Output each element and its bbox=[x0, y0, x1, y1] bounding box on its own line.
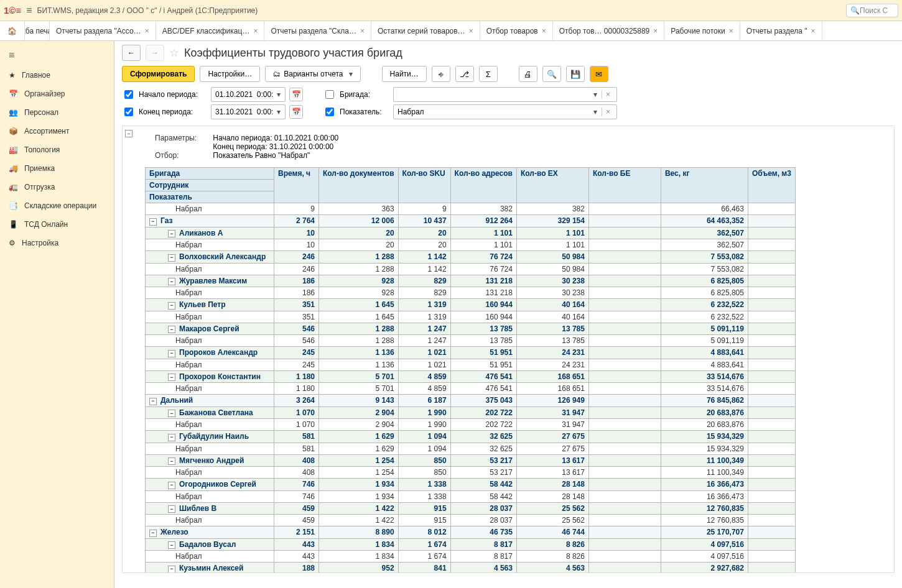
period-start-input[interactable]: ▾ bbox=[211, 87, 286, 102]
sidebar-item[interactable]: 📅Органайзер bbox=[0, 85, 114, 103]
email-icon[interactable]: ✉ bbox=[590, 66, 608, 82]
tab-item[interactable]: Отбор товаров × bbox=[480, 21, 553, 40]
table-row[interactable]: −Аликанов А 10 20 20 1 101 1 101 362,507 bbox=[146, 227, 796, 239]
chevron-down-icon[interactable]: ▾ bbox=[275, 108, 282, 116]
report-area[interactable]: − Параметры: Начало периода: 01.10.2021 … bbox=[122, 126, 895, 573]
menu-icon[interactable]: ≡ bbox=[26, 5, 32, 16]
table-row[interactable]: −Губайдулин Наиль 581 1 629 1 094 32 625… bbox=[146, 431, 796, 443]
clear-icon[interactable]: × bbox=[602, 90, 614, 99]
tab-item[interactable]: Рабочие потоки × bbox=[664, 21, 740, 40]
close-icon[interactable]: × bbox=[729, 27, 733, 35]
brigade-input[interactable]: ▾× bbox=[393, 87, 617, 102]
close-icon[interactable]: × bbox=[145, 27, 149, 35]
row-collapse-icon[interactable]: − bbox=[168, 278, 175, 285]
table-row[interactable]: Набрал 10 20 20 1 101 1 101 362,507 bbox=[146, 239, 796, 251]
table-row[interactable]: −Макаров Сергей 546 1 288 1 247 13 785 1… bbox=[146, 323, 796, 335]
row-collapse-icon[interactable]: − bbox=[168, 350, 175, 357]
preview-icon[interactable]: 🔍 bbox=[542, 66, 561, 82]
row-collapse-icon[interactable]: − bbox=[168, 566, 175, 573]
table-row[interactable]: Набрал 408 1 254 850 53 217 13 617 11 10… bbox=[146, 467, 796, 479]
collapse-groups-icon[interactable]: ⎇ bbox=[455, 66, 474, 82]
table-row[interactable]: Набрал 581 1 629 1 094 32 625 27 675 15 … bbox=[146, 443, 796, 454]
tab-item[interactable]: Отбор тов… 00000325889 × bbox=[553, 21, 665, 40]
table-row[interactable]: −Кульев Петр 351 1 645 1 319 160 944 40 … bbox=[146, 299, 796, 311]
calendar-icon[interactable]: 📅 bbox=[289, 88, 303, 101]
root-collapse-icon[interactable]: − bbox=[125, 130, 133, 137]
sidebar-item[interactable]: 👥Персонал bbox=[0, 103, 114, 122]
save-icon[interactable]: 💾 bbox=[566, 66, 585, 82]
find-button[interactable]: Найти… bbox=[382, 66, 427, 82]
tab-item[interactable]: Служба печати × bbox=[25, 21, 50, 40]
form-report-button[interactable]: Сформировать bbox=[122, 66, 195, 82]
row-collapse-icon[interactable]: − bbox=[168, 302, 175, 310]
row-collapse-icon[interactable]: − bbox=[149, 218, 157, 226]
sidebar-item[interactable]: ⚙Настройка bbox=[0, 234, 114, 252]
table-row[interactable]: Набрал 9 363 9 382 382 66,463 bbox=[146, 203, 796, 215]
table-row[interactable]: −Газ 2 764 12 006 10 437 912 264 329 154… bbox=[146, 215, 796, 227]
sidebar-item[interactable]: 📑Складские операции bbox=[0, 196, 114, 215]
tab-item[interactable]: Отчеты раздела "Ассо… × bbox=[50, 21, 156, 40]
tab-home[interactable]: 🏠 bbox=[0, 21, 25, 40]
table-row[interactable]: Набрал 546 1 288 1 247 13 785 13 785 5 0… bbox=[146, 335, 796, 347]
sidebar-item[interactable]: ★Главное bbox=[0, 66, 114, 85]
sidebar-item[interactable]: 📱ТСД Онлайн bbox=[0, 215, 114, 234]
close-icon[interactable]: × bbox=[469, 27, 473, 35]
table-row[interactable]: Набрал 746 1 934 1 338 58 442 28 148 16 … bbox=[146, 490, 796, 502]
table-row[interactable]: Набрал 246 1 288 1 142 76 724 50 984 7 5… bbox=[146, 263, 796, 275]
table-row[interactable]: −Огородников Сергей 746 1 934 1 338 58 4… bbox=[146, 479, 796, 491]
global-search-input[interactable]: 🔍 Поиск C bbox=[846, 4, 898, 17]
tab-item[interactable]: Остатки серий товаров… × bbox=[371, 21, 480, 40]
table-row[interactable]: Набрал 245 1 136 1 021 51 951 24 231 4 8… bbox=[146, 359, 796, 370]
row-collapse-icon[interactable]: − bbox=[149, 398, 157, 405]
chevron-down-icon[interactable]: ▾ bbox=[592, 90, 599, 99]
calendar-icon[interactable]: 📅 bbox=[289, 105, 303, 119]
tab-item[interactable]: Отчеты раздела "Скла… × bbox=[264, 21, 371, 40]
row-collapse-icon[interactable]: − bbox=[168, 505, 175, 513]
row-collapse-icon[interactable]: − bbox=[168, 410, 175, 417]
indicator-input[interactable]: ▾× bbox=[393, 104, 617, 119]
period-start-checkbox[interactable] bbox=[124, 90, 133, 99]
table-row[interactable]: −Пророков Александр 245 1 136 1 021 51 9… bbox=[146, 347, 796, 359]
table-row[interactable]: −Дальний 3 264 9 143 6 187 375 043 126 9… bbox=[146, 395, 796, 407]
close-icon[interactable]: × bbox=[360, 27, 365, 35]
table-row[interactable]: Набрал 443 1 834 1 674 8 817 8 826 4 097… bbox=[146, 551, 796, 563]
table-row[interactable]: −Мягченко Андрей 408 1 254 850 53 217 13… bbox=[146, 454, 796, 467]
close-icon[interactable]: × bbox=[811, 27, 816, 35]
table-row[interactable]: Набрал 1 180 5 701 4 859 476 541 168 651… bbox=[146, 383, 796, 395]
tab-item[interactable]: Отчеты раздела " × bbox=[740, 21, 822, 40]
chevron-down-icon[interactable]: ▾ bbox=[592, 108, 599, 116]
row-collapse-icon[interactable]: − bbox=[168, 457, 175, 465]
row-collapse-icon[interactable]: − bbox=[168, 326, 175, 333]
close-icon[interactable]: × bbox=[653, 27, 658, 35]
close-icon[interactable]: × bbox=[253, 27, 258, 35]
table-row[interactable]: −Железо 2 151 8 890 8 012 46 735 46 744 … bbox=[146, 526, 796, 539]
period-end-input[interactable]: ▾ bbox=[211, 104, 286, 119]
table-row[interactable]: −Бадалов Вусал 443 1 834 1 674 8 817 8 8… bbox=[146, 538, 796, 551]
tab-item[interactable]: ABC/DEF классификац… × bbox=[156, 21, 265, 40]
table-row[interactable]: Набрал 351 1 645 1 319 160 944 40 164 6 … bbox=[146, 311, 796, 323]
favorite-star-icon[interactable]: ☆ bbox=[169, 46, 179, 60]
sidebar-item[interactable]: 📦Ассортимент bbox=[0, 122, 114, 140]
table-row[interactable]: Набрал 1 070 2 904 1 990 202 722 31 947 … bbox=[146, 419, 796, 431]
row-collapse-icon[interactable]: − bbox=[168, 374, 175, 381]
sidebar-item[interactable]: 🏭Топология bbox=[0, 140, 114, 159]
table-row[interactable]: Набрал 186 928 829 131 218 30 238 6 825,… bbox=[146, 287, 796, 299]
chevron-down-icon[interactable]: ▾ bbox=[275, 90, 282, 99]
sidebar-item[interactable]: 🚛Отгрузка bbox=[0, 178, 114, 196]
sidebar-item[interactable]: 🚚Приемка bbox=[0, 159, 114, 178]
close-icon[interactable]: × bbox=[542, 27, 546, 35]
print-icon[interactable]: 🖨 bbox=[519, 66, 537, 82]
row-collapse-icon[interactable]: − bbox=[149, 530, 157, 537]
period-end-checkbox[interactable] bbox=[124, 108, 133, 116]
table-row[interactable]: −Прохоров Константин 1 180 5 701 4 859 4… bbox=[146, 370, 796, 383]
row-collapse-icon[interactable]: − bbox=[168, 254, 175, 262]
row-collapse-icon[interactable]: − bbox=[168, 434, 175, 441]
clear-icon[interactable]: × bbox=[602, 108, 614, 116]
row-collapse-icon[interactable]: − bbox=[168, 541, 175, 549]
table-row[interactable]: −Волховский Александр 246 1 288 1 142 76… bbox=[146, 251, 796, 264]
row-collapse-icon[interactable]: − bbox=[168, 482, 175, 489]
sidebar-menu-icon[interactable]: ≡ bbox=[0, 45, 114, 66]
table-row[interactable]: −Шиблев В 459 1 422 915 28 037 25 562 12… bbox=[146, 502, 796, 515]
row-collapse-icon[interactable]: − bbox=[168, 230, 175, 237]
table-row[interactable]: Набрал 459 1 422 915 28 037 25 562 12 76… bbox=[146, 515, 796, 526]
